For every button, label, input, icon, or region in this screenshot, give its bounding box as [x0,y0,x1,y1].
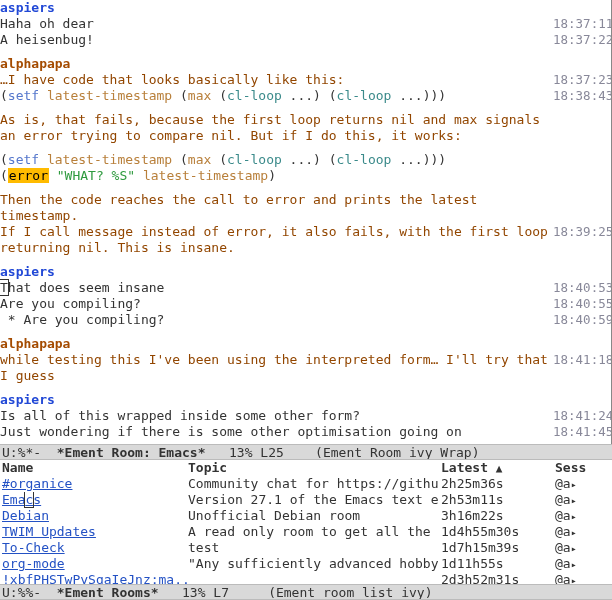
chat-message[interactable]: alphapapa [0,336,553,352]
chat-message[interactable]: (setf latest-timestamp (max (cl-loop ...… [0,152,553,168]
room-latest: 3h16m22s [441,508,555,524]
room-latest: 2h53m11s [441,492,555,508]
chat-message[interactable]: Haha oh dear [0,16,553,32]
col-latest-header[interactable]: Latest ▲ [441,460,555,476]
chat-message[interactable]: Then the code reaches the call to error … [0,192,553,224]
timestamp: 18:41:18 [553,352,611,384]
chat-line: (error "WHAT? %S" latest-timestamp) [0,168,611,184]
timestamp: 18:39:25 [553,224,611,256]
room-session: @a [555,492,610,508]
chat-message[interactable]: Is all of this wrapped inside some other… [0,408,553,424]
room-topic: Community chat for https://githu... [188,476,441,492]
room-row[interactable]: org-mode"Any sufficiently advanced hobby… [2,556,610,572]
chat-line: That does seem insane18:40:53 [0,280,611,296]
room-row[interactable]: EmacsVersion 27.1 of the Emacs text e...… [2,492,610,508]
chat-line: (setf latest-timestamp (max (cl-loop ...… [0,152,611,168]
chat-message[interactable]: Are you compiling? [0,296,553,312]
rooms-body[interactable]: #organiceCommunity chat for https://gith… [0,476,612,583]
chat-line: aspiers [0,392,611,408]
chat-message[interactable]: alphapapa [0,56,553,72]
chat-line: (setf latest-timestamp (max (cl-loop ...… [0,88,611,104]
chat-message[interactable]: If I call message instead of error, it a… [0,224,553,256]
chat-username[interactable]: alphapapa [0,56,70,71]
chevron-right-icon [571,524,577,539]
timestamp: 18:37:11 [553,16,611,32]
room-name[interactable]: #organice [2,476,188,492]
sort-asc-icon: ▲ [496,462,503,475]
emacs-frame: aspiersHaha oh dear18:37:11A heisenbug!1… [0,0,612,600]
chat-message[interactable]: * Are you compiling? [0,312,553,328]
room-name[interactable]: To-Check [2,540,188,556]
chat-message[interactable]: That does seem insane [0,280,553,296]
chevron-right-icon [571,508,577,523]
chat-username[interactable]: aspiers [0,0,55,15]
chat-pane[interactable]: aspiersHaha oh dear18:37:11A heisenbug!1… [0,0,612,444]
chat-message[interactable]: A heisenbug! [0,32,553,48]
room-row[interactable]: DebianUnofficial Debian room3h16m22s@a [2,508,610,524]
timestamp: 18:38:43 [553,88,611,104]
chevron-right-icon [571,556,577,571]
chat-message[interactable]: Just wondering if there is some other op… [0,424,553,440]
chat-message[interactable]: …I have code that looks basically like t… [0,72,553,88]
chat-message[interactable] [0,256,553,264]
room-row[interactable]: TWIM UpdatesA read only room to get all … [2,524,610,540]
chat-username[interactable]: alphapapa [0,336,70,351]
col-topic-header[interactable]: Topic [188,460,441,476]
modeline-mid: 13% L7 [159,585,269,600]
room-name[interactable]: org-mode [2,556,188,572]
chat-message[interactable]: while testing this I've been using the i… [0,352,553,384]
modeline-mode: (Ement Room ivy Wrap) [315,445,479,460]
chat-message[interactable] [0,48,553,56]
chat-line: Then the code reaches the call to error … [0,192,611,224]
chat-line: …I have code that looks basically like t… [0,72,611,88]
chat-line: aspiers [0,0,611,16]
chat-message[interactable] [0,144,553,152]
chat-line: * Are you compiling?18:40:59 [0,312,611,328]
modeline-rooms: U:%%- *Ement Rooms* 13% L7 (Ement room l… [0,584,612,600]
room-name[interactable]: TWIM Updates [2,524,188,540]
chat-line [0,48,611,56]
rooms-pane[interactable]: Name Topic Latest ▲ Sess #organiceCommun… [0,460,612,583]
room-latest: 1d4h55m30s [441,524,555,540]
timestamp [553,56,611,72]
chat-message[interactable] [0,104,553,112]
chat-line: alphapapa [0,56,611,72]
chat-message[interactable] [0,384,553,392]
chat-line: Just wondering if there is some other op… [0,424,611,440]
room-row[interactable]: !xbfPHSTwPySgaIeJnz:ma...2d3h52m31s@a [2,572,610,583]
chat-line [0,104,611,112]
timestamp: 18:37:23 [553,72,611,88]
chat-message[interactable]: aspiers [0,264,553,280]
chat-message[interactable]: As is, that fails, because the first loo… [0,112,553,144]
chat-message[interactable] [0,440,553,444]
timestamp: 18:40:55 [553,296,611,312]
timestamp [553,392,611,408]
chat-message[interactable]: aspiers [0,0,553,16]
room-session: @a [555,572,610,583]
chat-message[interactable] [0,184,553,192]
chat-message[interactable]: (setf latest-timestamp (max (cl-loop ...… [0,88,553,104]
chat-username[interactable]: aspiers [0,392,55,407]
chat-message[interactable] [0,328,553,336]
room-name[interactable]: Emacs [2,492,188,508]
col-name-header[interactable]: Name [2,460,188,476]
chat-message[interactable]: aspiers [0,392,553,408]
chat-message[interactable]: (error "WHAT? %S" latest-timestamp) [0,168,553,184]
chevron-right-icon [571,540,577,555]
room-topic [188,572,441,583]
room-name[interactable]: !xbfPHSTwPySgaIeJnz:ma... [2,572,188,583]
timestamp [553,112,611,144]
chat-username[interactable]: aspiers [0,264,55,279]
timestamp [553,168,611,184]
chat-line [0,384,611,392]
room-row[interactable]: To-Checktest1d7h15m39s@a [2,540,610,556]
modeline-mode: (Ement room list ivy) [268,585,432,600]
timestamp [553,104,611,112]
chat-line: alphapapa [0,336,611,352]
chat-body[interactable]: aspiersHaha oh dear18:37:11A heisenbug!1… [0,0,611,444]
room-name[interactable]: Debian [2,508,188,524]
room-row[interactable]: #organiceCommunity chat for https://gith… [2,476,610,492]
timestamp [553,144,611,152]
room-session: @a [555,476,610,492]
col-sess-header[interactable]: Sess [555,460,610,476]
